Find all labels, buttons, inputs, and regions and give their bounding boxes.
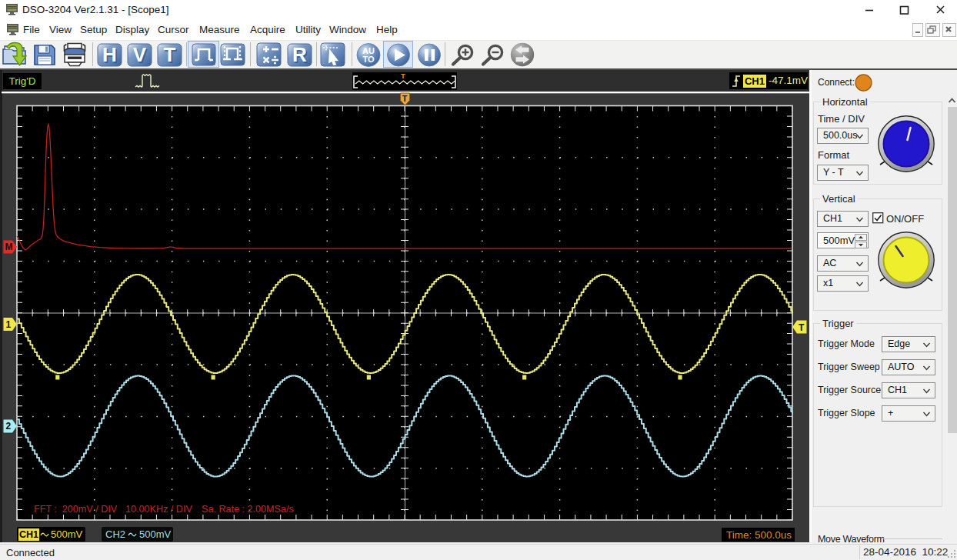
svg-text:V: V (133, 43, 147, 66)
svg-text:M: M (5, 242, 13, 252)
svg-text:R: R (292, 43, 307, 66)
svg-text:H: H (102, 43, 117, 66)
svg-text:T: T (401, 72, 405, 80)
svg-text:Sa. Rate : 2.00MSa/s: Sa. Rate : 2.00MSa/s (202, 504, 294, 515)
svg-text:T: T (164, 43, 176, 66)
svg-text:1: 1 (6, 319, 12, 330)
svg-text:T: T (402, 94, 408, 103)
svg-text:T: T (799, 322, 805, 333)
svg-text:FFT : 200mV / DIV: FFT : 200mV / DIV (34, 504, 118, 515)
svg-text:TO: TO (362, 55, 375, 64)
svg-text:10.00KHz / DIV: 10.00KHz / DIV (125, 504, 192, 515)
svg-text:2: 2 (6, 421, 12, 432)
